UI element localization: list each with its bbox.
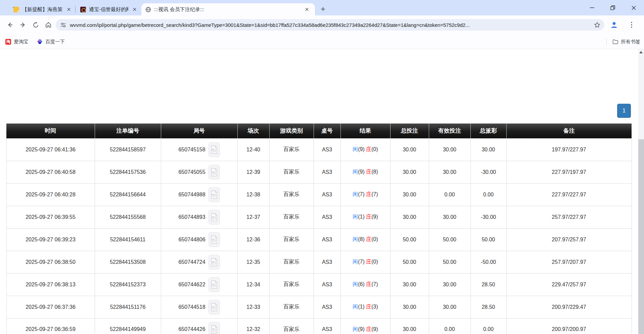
home-icon[interactable] bbox=[44, 20, 53, 30]
cell-payout: 0.00 bbox=[470, 318, 506, 334]
cell-payout: 0.00 bbox=[470, 183, 506, 206]
page-content: 1 时间注单编号局号场次游戏类别桌号结果总投注有效投注总派彩备注 2025-09… bbox=[0, 49, 644, 334]
cell-time: 2025-09-27 06:39:55 bbox=[6, 206, 95, 228]
bookmarks-divider bbox=[606, 38, 607, 45]
cell-payout: 28.50 bbox=[470, 296, 506, 318]
cell-total-bet: 50.00 bbox=[390, 251, 429, 273]
profile-avatar[interactable] bbox=[609, 20, 619, 30]
cell-remark: 227.97/227.97 bbox=[506, 183, 632, 206]
cell-payout: -50.00 bbox=[470, 251, 506, 273]
window-controls bbox=[582, 0, 644, 15]
table-row: 2025-09-27 06:41:36 522844158597 6507451… bbox=[6, 138, 632, 161]
cell-session: 12-40 bbox=[237, 138, 269, 161]
cell-result: 闲(7) 庄(0) bbox=[340, 251, 390, 273]
browser-menu-icon[interactable] bbox=[627, 20, 637, 30]
column-header-8: 有效投注 bbox=[429, 124, 470, 138]
cell-bet-id: 522844157536 bbox=[95, 161, 161, 183]
tab-close-icon[interactable] bbox=[131, 6, 138, 13]
bookmark-star-icon[interactable] bbox=[594, 22, 600, 28]
cell-remark: 257.97/207.97 bbox=[506, 251, 632, 273]
video-replay-button[interactable] bbox=[209, 255, 220, 270]
bookmark-baidu[interactable]: 百度一下 bbox=[35, 37, 67, 46]
cell-table-no: AS3 bbox=[314, 251, 340, 273]
video-replay-button[interactable] bbox=[209, 232, 220, 247]
site-settings-icon[interactable] bbox=[60, 22, 66, 28]
scroll-up-arrow-icon[interactable] bbox=[639, 51, 643, 53]
cell-game-type: 百家乐 bbox=[269, 251, 314, 273]
forward-icon[interactable] bbox=[18, 20, 28, 30]
cell-table-no: AS3 bbox=[314, 161, 340, 183]
restore-button[interactable] bbox=[602, 0, 623, 15]
cell-result: 闲(6) 庄(7) bbox=[340, 273, 390, 296]
new-tab-button[interactable] bbox=[318, 4, 328, 14]
cell-round: 650744426 bbox=[161, 318, 237, 334]
cell-session: 12-35 bbox=[237, 251, 269, 273]
video-replay-button[interactable] bbox=[209, 210, 220, 225]
cell-table-no: AS3 bbox=[314, 318, 340, 334]
cell-game-type: 百家乐 bbox=[269, 228, 314, 251]
tab-close-icon[interactable] bbox=[65, 6, 72, 13]
cell-bet-id: 522844149949 bbox=[95, 318, 161, 334]
cell-total-bet: 30.00 bbox=[390, 206, 429, 228]
video-replay-button[interactable] bbox=[209, 277, 220, 292]
cell-table-no: AS3 bbox=[314, 206, 340, 228]
cell-total-bet: 30.00 bbox=[390, 161, 429, 183]
tab-close-icon[interactable] bbox=[304, 6, 310, 13]
tab-bet-records[interactable]: :::视讯 会员下注纪录::: bbox=[141, 3, 315, 15]
cell-valid-bet: 30.00 bbox=[429, 138, 470, 161]
cell-time: 2025-09-27 06:37:36 bbox=[6, 296, 95, 318]
address-bar[interactable]: wvvmd.com/ipl/portal.php/game/betrecord_… bbox=[56, 19, 604, 31]
video-replay-button[interactable] bbox=[209, 300, 220, 315]
tab-title: :::视讯 会员下注纪录::: bbox=[154, 6, 301, 13]
column-header-9: 总派彩 bbox=[470, 124, 506, 138]
tab-tongbao[interactable]: 通宝-信誉最好的网上游戏平台 bbox=[76, 3, 141, 15]
table-row: 2025-09-27 06:37:36 522844151176 6507445… bbox=[6, 296, 632, 318]
video-replay-button[interactable] bbox=[209, 165, 220, 180]
scrollbar-thumb[interactable] bbox=[638, 139, 644, 334]
cell-game-type: 百家乐 bbox=[269, 138, 314, 161]
globe-favicon-icon bbox=[145, 7, 151, 12]
cell-game-type: 百家乐 bbox=[269, 183, 314, 206]
cell-session: 12-37 bbox=[237, 206, 269, 228]
cell-bet-id: 522844153508 bbox=[95, 251, 161, 273]
cell-time: 2025-09-27 06:36:59 bbox=[6, 318, 95, 334]
video-replay-button[interactable] bbox=[209, 142, 220, 157]
cell-result: 闲(8) 庄(0) bbox=[340, 228, 390, 251]
cell-time: 2025-09-27 06:40:58 bbox=[6, 161, 95, 183]
tab-divider bbox=[75, 6, 76, 13]
minimize-button[interactable] bbox=[582, 0, 602, 15]
cell-time: 2025-09-27 06:38:13 bbox=[6, 273, 95, 296]
browser-toolbar: wvvmd.com/ipl/portal.php/game/betrecord_… bbox=[0, 15, 644, 34]
cell-bet-id: 522844155568 bbox=[95, 206, 161, 228]
cell-valid-bet: 0.00 bbox=[429, 318, 470, 334]
cell-payout: -30.00 bbox=[470, 206, 506, 228]
cell-total-bet: 30.00 bbox=[390, 318, 429, 334]
cell-remark: 200.97/200.97 bbox=[506, 318, 632, 334]
cell-table-no: AS3 bbox=[314, 273, 340, 296]
cell-result: 闲(1) 庄(9) bbox=[340, 206, 390, 228]
column-header-0: 时间 bbox=[6, 124, 95, 138]
cell-bet-id: 522844151176 bbox=[95, 296, 161, 318]
all-bookmarks-button[interactable]: 所有书签 bbox=[610, 37, 642, 46]
close-window-button[interactable] bbox=[623, 0, 644, 15]
back-icon[interactable] bbox=[5, 20, 15, 30]
table-row: 2025-09-27 06:38:13 522844152373 6507446… bbox=[6, 273, 632, 296]
taobao-icon: 淘 bbox=[5, 39, 11, 45]
column-header-3: 场次 bbox=[237, 124, 269, 138]
cell-bet-id: 522844158597 bbox=[95, 138, 161, 161]
table-row: 2025-09-27 06:39:23 522844154611 6507448… bbox=[6, 228, 632, 251]
cell-total-bet: 30.00 bbox=[390, 273, 429, 296]
pagination-page-1-top[interactable]: 1 bbox=[617, 104, 631, 118]
video-replay-button[interactable] bbox=[209, 187, 220, 202]
cell-result: 闲(9) 庄(8) bbox=[340, 161, 390, 183]
tab-forum[interactable]: 【新提醒】海燕策略论坛 - 综合 bbox=[9, 3, 75, 15]
vertical-scrollbar[interactable] bbox=[638, 49, 644, 334]
video-replay-button[interactable] bbox=[209, 322, 220, 334]
reload-icon[interactable] bbox=[31, 20, 40, 30]
cell-table-no: AS3 bbox=[314, 228, 340, 251]
cell-remark: 197.97/227.97 bbox=[506, 138, 632, 161]
cell-remark: 207.97/257.97 bbox=[506, 228, 632, 251]
bookmark-aitaobao[interactable]: 淘 爱淘宝 bbox=[3, 37, 31, 46]
cell-game-type: 百家乐 bbox=[269, 318, 314, 334]
baidu-paw-icon bbox=[37, 39, 43, 45]
